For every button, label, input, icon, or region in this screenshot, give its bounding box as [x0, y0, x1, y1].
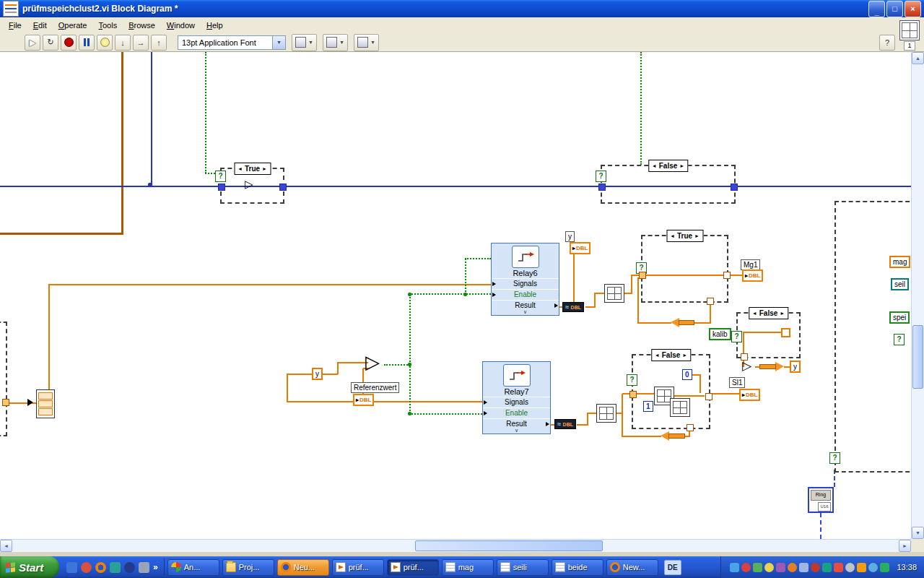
start-button[interactable]: Start	[0, 556, 59, 578]
dbl-indicator-y[interactable]: ▸DBL	[570, 242, 590, 254]
tunnel[interactable]	[705, 393, 712, 400]
ring-constant[interactable]: Ring U16	[808, 487, 834, 513]
task-button-seili[interactable]: seili	[497, 559, 549, 576]
mag-label[interactable]: mag	[889, 256, 910, 268]
quick-launch-icon[interactable]	[66, 562, 77, 573]
row-result[interactable]: Result	[492, 300, 559, 311]
tray-icon[interactable]	[753, 563, 762, 572]
greater-than-node-icon[interactable]: ▷	[365, 353, 380, 371]
font-selector[interactable]: 13pt Application Font ▼	[178, 35, 286, 50]
tray-icon[interactable]	[811, 563, 820, 572]
case-structure-3[interactable]: ◄ True ► ?	[641, 235, 728, 303]
case-next-icon[interactable]: ►	[679, 163, 684, 168]
tray-icon[interactable]	[822, 563, 832, 572]
dbl-indicator-sl1[interactable]: ▸DBL	[739, 389, 760, 401]
case-selector[interactable]: ◄ True ►	[666, 230, 703, 242]
case-selector[interactable]: ◄ False ►	[651, 349, 691, 361]
tunnel[interactable]	[723, 272, 731, 279]
build-array-node[interactable]	[596, 404, 616, 423]
task-button-proj[interactable]: Proj...	[222, 559, 274, 576]
collapse-chevron-icon[interactable]: ∨	[515, 428, 518, 434]
tray-icon[interactable]	[799, 563, 808, 572]
case-structure-4[interactable]: ◄ False ► ?	[736, 312, 801, 358]
case-prev-icon[interactable]: ◄	[655, 353, 660, 358]
convert-dynamic-data-node[interactable]: ≈DBL	[562, 302, 584, 312]
pause-button[interactable]	[79, 35, 95, 51]
feedback-node-icon[interactable]	[759, 362, 784, 371]
quick-launch-icon[interactable]	[139, 562, 149, 573]
case-selector[interactable]: ◄ False ►	[749, 307, 788, 319]
tray-icon[interactable]	[730, 563, 739, 572]
case-selector[interactable]: ◄ False ►	[648, 160, 688, 172]
scroll-right-button[interactable]: ►	[899, 540, 911, 552]
row-signals[interactable]: Signals	[492, 278, 559, 289]
tray-icon[interactable]	[834, 563, 843, 572]
step-into-button[interactable]: ↓	[115, 35, 131, 51]
case-structure-2[interactable]: ◄ False ► ?	[601, 165, 736, 204]
case-prev-icon[interactable]: ◄	[652, 163, 657, 168]
numeric-constant-one[interactable]: 1	[643, 401, 653, 412]
case-prev-icon[interactable]: ◄	[752, 311, 757, 316]
feedback-node-icon[interactable]	[671, 318, 694, 327]
kalib-label[interactable]: kalib	[709, 328, 731, 340]
run-continuous-button[interactable]: ↻	[43, 35, 58, 51]
tunnel[interactable]	[731, 184, 738, 191]
case-prev-icon[interactable]: ◄	[670, 233, 675, 238]
task-button-new[interactable]: New...	[606, 559, 658, 576]
sl1-label[interactable]: Sl1	[729, 377, 745, 388]
block-diagram[interactable]: ◄ True ► ? ▷ ◄ False ► ? Relay6	[0, 52, 911, 539]
build-array-node[interactable]	[604, 284, 624, 303]
feedback-node-icon[interactable]	[661, 431, 685, 441]
row-result[interactable]: Result	[483, 418, 550, 429]
wait-node-icon[interactable]: ▷	[245, 178, 253, 189]
align-objects-dropdown[interactable]: ▼	[292, 34, 317, 51]
tunnel[interactable]	[687, 424, 694, 431]
matrix-node[interactable]	[670, 398, 690, 417]
task-button-mag[interactable]: mag	[442, 559, 494, 576]
tray-icon[interactable]	[776, 563, 785, 572]
menu-edit[interactable]: Edit	[27, 19, 53, 32]
case-selector-terminal[interactable]: ?	[215, 171, 226, 182]
case-structure-left-edge[interactable]	[0, 322, 7, 436]
maximize-button[interactable]: □	[886, 1, 903, 17]
task-button-neu[interactable]: Neu...	[277, 559, 329, 576]
tray-icon[interactable]	[880, 563, 889, 572]
vertical-scroll-thumb[interactable]	[912, 325, 923, 389]
spei-label[interactable]: spei	[889, 311, 910, 324]
dbl-control-referenzwert[interactable]: ▸DBL	[353, 394, 374, 406]
tray-icon[interactable]	[741, 563, 751, 572]
tray-icon[interactable]	[857, 563, 866, 572]
tunnel[interactable]	[639, 272, 646, 279]
row-enable[interactable]: Enable	[483, 407, 550, 418]
highlight-execution-button[interactable]	[97, 35, 113, 51]
seil-label[interactable]: seil	[891, 278, 909, 290]
express-vi-relay6[interactable]: Relay6 Signals Enable Result ∨	[491, 243, 559, 316]
case-selector[interactable]: ◄ True ►	[234, 163, 271, 175]
tray-icon[interactable]	[764, 563, 774, 572]
horizontal-scrollbar[interactable]: ◄ ►	[0, 539, 911, 552]
unbundle-node[interactable]	[36, 389, 55, 418]
font-dropdown-button[interactable]: ▼	[272, 36, 285, 49]
case-selector-terminal[interactable]: ?	[731, 331, 742, 342]
menu-tools[interactable]: Tools	[92, 19, 123, 32]
tray-icon[interactable]	[845, 563, 855, 572]
step-out-button[interactable]: ↑	[151, 35, 167, 51]
quick-launch-icon[interactable]	[124, 562, 135, 573]
referenzwert-label[interactable]: Referenzwert	[351, 382, 399, 393]
case-selector-terminal[interactable]: ?	[627, 374, 637, 386]
menu-file[interactable]: File	[3, 19, 27, 32]
tunnel[interactable]	[279, 184, 287, 191]
minimize-button[interactable]: _	[868, 1, 885, 17]
case-next-icon[interactable]: ►	[262, 166, 267, 171]
task-button-pruef-2[interactable]: prüf...	[387, 559, 439, 576]
task-button-pruef-1[interactable]: prüf...	[332, 559, 384, 576]
window-titlebar[interactable]: prüfmspeichclust2.vi Block Diagram * _ □…	[0, 0, 924, 17]
convert-dynamic-data-node[interactable]: ≈DBL	[554, 419, 576, 429]
express-vi-relay7[interactable]: Relay7 Signals Enable Result ∨	[482, 361, 551, 434]
case-selector-terminal[interactable]: ?	[829, 452, 840, 464]
y-local-variable[interactable]: y	[312, 368, 323, 380]
scroll-up-button[interactable]: ▲	[912, 52, 924, 64]
overflow-chevron-icon[interactable]: »	[153, 562, 158, 572]
y-label[interactable]: y	[565, 231, 575, 242]
row-enable[interactable]: Enable	[492, 289, 559, 300]
